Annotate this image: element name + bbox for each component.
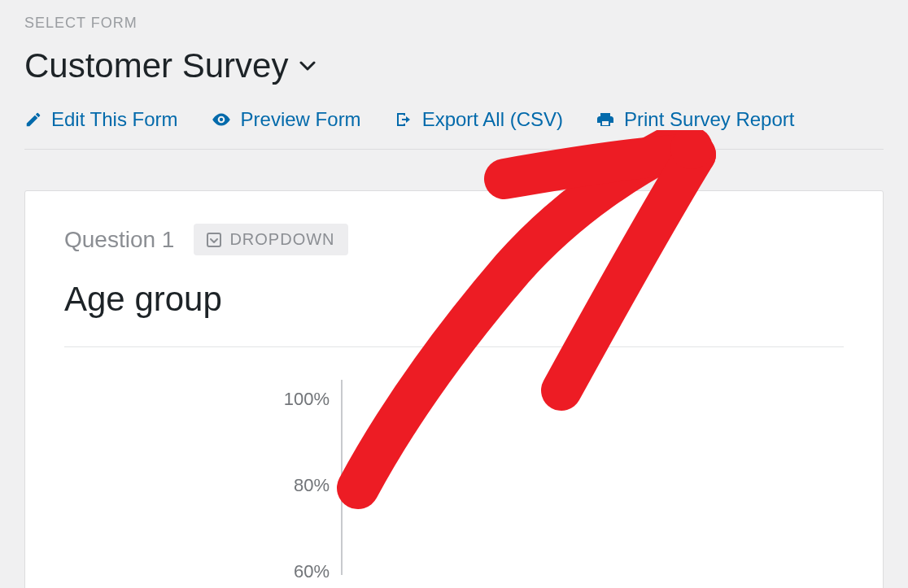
question-type-label: DROPDOWN	[229, 230, 334, 249]
question-card: Question 1 DROPDOWN Age group 100% 80% 6…	[24, 190, 884, 588]
action-bar: Edit This Form Preview Form Export All (…	[24, 108, 884, 150]
form-selector[interactable]: Customer Survey	[24, 46, 884, 85]
export-csv-label: Export All (CSV)	[422, 108, 563, 131]
divider	[64, 346, 844, 347]
print-report-link[interactable]: Print Survey Report	[596, 108, 794, 131]
question-number: Question 1	[64, 227, 174, 253]
preview-form-link[interactable]: Preview Form	[211, 108, 361, 131]
edit-form-label: Edit This Form	[51, 108, 178, 131]
eye-icon	[211, 109, 232, 130]
chevron-down-icon	[299, 60, 316, 72]
question-type-badge: DROPDOWN	[194, 224, 347, 255]
y-axis-line	[341, 380, 844, 575]
export-csv-link[interactable]: Export All (CSV)	[394, 108, 563, 131]
chart: 100% 80% 60%	[64, 380, 844, 575]
y-tick-80: 80%	[294, 475, 330, 496]
export-icon	[394, 110, 413, 129]
preview-form-label: Preview Form	[241, 108, 361, 131]
print-report-label: Print Survey Report	[624, 108, 794, 131]
y-tick-60: 60%	[294, 561, 330, 582]
dropdown-icon	[207, 233, 221, 247]
print-icon	[596, 110, 615, 129]
question-title: Age group	[64, 280, 844, 319]
y-tick-100: 100%	[284, 389, 330, 410]
pencil-icon	[24, 111, 42, 128]
edit-form-link[interactable]: Edit This Form	[24, 108, 178, 131]
section-label: SELECT FORM	[24, 15, 884, 32]
svg-rect-0	[207, 233, 220, 246]
form-title: Customer Survey	[24, 46, 288, 85]
